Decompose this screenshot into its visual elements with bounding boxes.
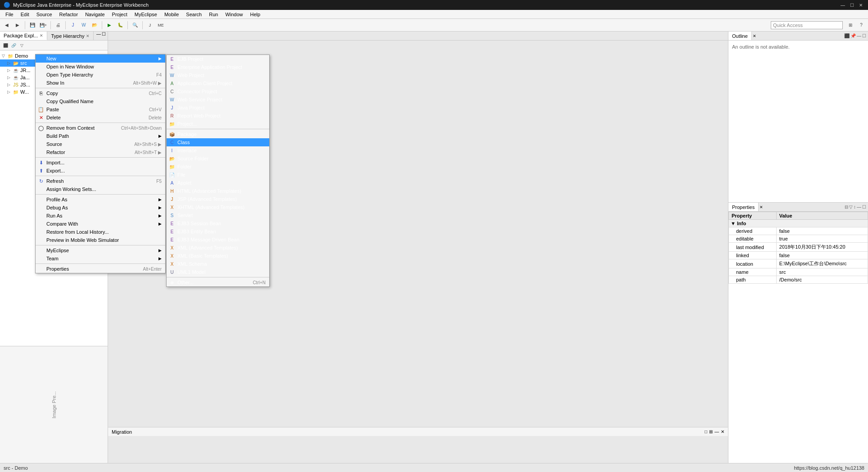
- window-controls[interactable]: — ☐ ✕: [839, 1, 864, 9]
- properties-filter-btn[interactable]: ▽: [849, 204, 853, 209]
- menu-navigate[interactable]: Navigate: [81, 11, 108, 18]
- ctx-restore-local-history[interactable]: Restore from Local History...: [36, 228, 165, 236]
- ctx-import[interactable]: ⬇ Import...: [36, 159, 165, 167]
- migration-minimize-btn[interactable]: —: [714, 429, 719, 434]
- left-panel-maximize[interactable]: ☐: [102, 32, 106, 40]
- perspective-btn[interactable]: ⊞: [845, 20, 855, 30]
- migration-restore-btn[interactable]: □: [705, 429, 707, 434]
- menu-refactor[interactable]: Refactor: [56, 11, 82, 18]
- properties-tab[interactable]: Properties: [728, 203, 759, 211]
- outline-maximize-btn[interactable]: ☐: [862, 33, 866, 38]
- sub-applet[interactable]: A Applet: [167, 179, 269, 187]
- ctx-assign-working-sets[interactable]: Assign Working Sets...: [36, 185, 165, 193]
- sub-servlet[interactable]: S Servlet: [167, 211, 269, 219]
- properties-tab-close[interactable]: ✕: [759, 205, 764, 209]
- menu-window[interactable]: Window: [222, 11, 246, 18]
- sub-ws-project[interactable]: W Web Service Project: [167, 95, 269, 104]
- ctx-export[interactable]: ⬆ Export...: [36, 167, 165, 175]
- outline-minimize-btn[interactable]: —: [857, 33, 861, 38]
- print-button[interactable]: 🖨: [53, 20, 63, 30]
- sub-jsp-adv[interactable]: J JSP (Advanced Templates): [167, 195, 269, 203]
- ctx-new[interactable]: New ▶ E EJB Project E Enterprise Applica…: [36, 54, 165, 63]
- sub-folder[interactable]: 📁 Folder: [167, 163, 269, 171]
- ctx-refactor[interactable]: Refactor Alt+Shift+T ▶: [36, 148, 165, 156]
- ctx-properties[interactable]: Properties Alt+Enter: [36, 265, 165, 273]
- outline-tab[interactable]: Outline: [728, 32, 752, 40]
- save-button[interactable]: 💾: [27, 20, 37, 30]
- ctx-run-as[interactable]: Run As ▶: [36, 212, 165, 220]
- sub-package[interactable]: 📦 Package: [167, 130, 269, 138]
- view-menu-btn[interactable]: ▽: [18, 42, 25, 49]
- maximize-button[interactable]: ☐: [848, 1, 855, 9]
- sub-app-client-project[interactable]: A Application Client Project: [167, 79, 269, 87]
- search-button[interactable]: 🔍: [130, 20, 140, 30]
- close-button[interactable]: ✕: [857, 1, 864, 9]
- sub-uml1-model[interactable]: U UML1 Model: [167, 268, 269, 276]
- sub-xhtml-adv[interactable]: X XHTML (Advanced Templates): [167, 203, 269, 211]
- ctx-source[interactable]: Source Alt+Shift+S ▶: [36, 140, 165, 148]
- menu-myeclipse[interactable]: MyEclipse: [131, 11, 161, 18]
- ctx-preview-mobile[interactable]: Preview in Mobile Web Simulator: [36, 236, 165, 244]
- sub-ejb3-session[interactable]: E EJB3 Session Bean: [167, 219, 269, 227]
- menu-mobile[interactable]: Mobile: [161, 11, 182, 18]
- tab-type-hierarchy-close[interactable]: ✕: [86, 34, 90, 38]
- sub-project[interactable]: 📁 Project...: [167, 120, 269, 128]
- menu-edit[interactable]: Edit: [17, 11, 33, 18]
- tab-type-hierarchy[interactable]: Type Hierarchy ✕: [47, 32, 94, 40]
- perspective-me[interactable]: ME: [156, 20, 166, 30]
- sub-source-folder[interactable]: 📂 Source Folder: [167, 154, 269, 163]
- migration-close-btn[interactable]: ✕: [721, 429, 724, 434]
- sub-report-web-project[interactable]: R Report Web Project: [167, 112, 269, 120]
- sub-connector-project[interactable]: C Connector Project: [167, 87, 269, 95]
- ctx-open-new-window[interactable]: Open in New Window: [36, 63, 165, 71]
- menu-help[interactable]: Help: [247, 11, 264, 18]
- properties-sort-btn[interactable]: ↕: [854, 204, 856, 209]
- forward-button[interactable]: ▶: [13, 20, 23, 30]
- sub-java-project[interactable]: J Java Project: [167, 104, 269, 112]
- ctx-myeclipse[interactable]: MyEclipse ▶: [36, 246, 165, 254]
- run-button[interactable]: ▶: [104, 20, 114, 30]
- sub-ear-project[interactable]: E Enterprise Application Project: [167, 63, 269, 71]
- outline-collapse-btn[interactable]: ⬛: [844, 33, 850, 38]
- ctx-show-in[interactable]: Show In Alt+Shift+W ▶: [36, 79, 165, 87]
- outline-tab-close[interactable]: ✕: [752, 34, 757, 38]
- menu-project[interactable]: Project: [108, 11, 131, 18]
- new-web-project[interactable]: W: [79, 20, 89, 30]
- migration-expand-btn[interactable]: ⊞: [709, 429, 713, 434]
- perspective-java[interactable]: J: [145, 20, 155, 30]
- new-java-project[interactable]: J: [68, 20, 78, 30]
- sub-xml-adv[interactable]: X XML (Advanced Templates): [167, 244, 269, 252]
- sub-ejb-project[interactable]: E EJB Project: [167, 55, 269, 63]
- properties-maximize-btn[interactable]: ☐: [862, 204, 866, 209]
- sub-html-adv[interactable]: H HTML (Advanced Templates): [167, 187, 269, 195]
- ctx-refresh[interactable]: ↻ Refresh F5: [36, 177, 165, 185]
- properties-minimize-btn[interactable]: —: [857, 204, 861, 209]
- ctx-profile-as[interactable]: Profile As ▶: [36, 195, 165, 204]
- ctx-compare-with[interactable]: Compare With ▶: [36, 220, 165, 228]
- sub-xml-schema[interactable]: X XML Schema: [167, 260, 269, 268]
- back-button[interactable]: ◀: [2, 20, 12, 30]
- collapse-all-btn[interactable]: ⬛: [2, 42, 9, 49]
- ctx-debug-as[interactable]: Debug As ▶: [36, 204, 165, 212]
- left-panel-minimize[interactable]: —: [96, 32, 101, 40]
- menu-run[interactable]: Run: [205, 11, 222, 18]
- open-button[interactable]: 📂: [90, 20, 99, 30]
- tab-package-explorer[interactable]: Package Expl... ✕: [0, 32, 47, 40]
- sub-other[interactable]: ⊕ Other... Ctrl+N: [167, 278, 269, 286]
- ctx-open-type-hierarchy[interactable]: Open Type Hierarchy F4: [36, 71, 165, 79]
- ctx-build-path[interactable]: Build Path ▶: [36, 132, 165, 140]
- menu-file[interactable]: File: [2, 11, 17, 18]
- sub-file[interactable]: 📄 File: [167, 171, 269, 179]
- quick-access-box[interactable]: Quick Access: [771, 21, 843, 29]
- sub-class[interactable]: C Class: [167, 138, 269, 146]
- sub-ejb3-message[interactable]: E EJB3 Message Driven Bean: [167, 236, 269, 244]
- help-icon-btn[interactable]: ?: [856, 20, 866, 30]
- properties-col-btn[interactable]: ⊟: [845, 204, 848, 209]
- ctx-copy-qualified-name[interactable]: Copy Qualified Name: [36, 97, 165, 105]
- ctx-team[interactable]: Team ▶: [36, 254, 165, 263]
- tab-package-explorer-close[interactable]: ✕: [40, 33, 43, 38]
- menu-source[interactable]: Source: [33, 11, 56, 18]
- sub-interface[interactable]: I Interface: [167, 146, 269, 154]
- outline-pin-btn[interactable]: 📌: [850, 33, 856, 38]
- sub-web-project[interactable]: W Web Project: [167, 71, 269, 79]
